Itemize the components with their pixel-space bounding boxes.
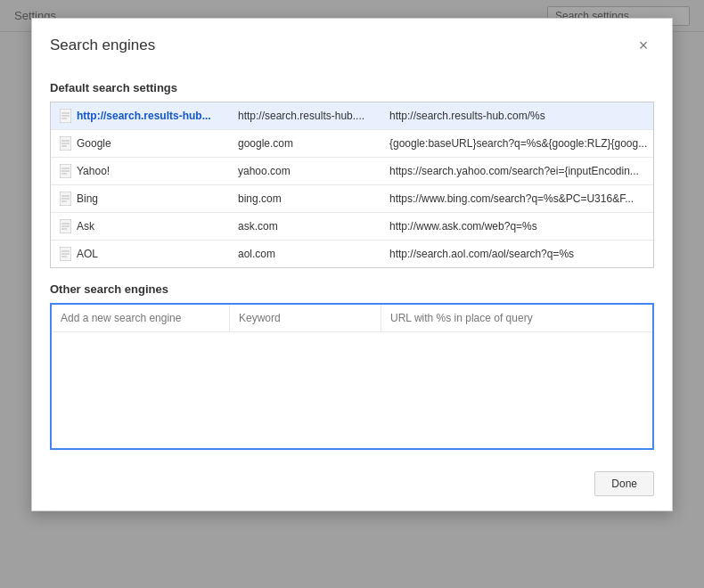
dialog-footer: Done: [32, 464, 672, 510]
engine-name-cell: Yahoo!: [51, 158, 229, 184]
engine-url-cell: http://search.results-hub.com/%s: [381, 103, 653, 128]
engine-url-cell: http://search.aol.com/aol/search?q=%s: [381, 241, 653, 266]
engine-name-text: Yahoo!: [77, 165, 110, 177]
doc-icon: [60, 136, 71, 151]
other-engines-box: [50, 303, 654, 450]
engine-name-text: AOL: [77, 248, 98, 260]
engine-name-cell: Google: [51, 130, 229, 157]
other-section: Other search engines: [50, 282, 654, 450]
engine-keyword-cell: http://search.results-hub....: [229, 103, 381, 128]
other-section-title: Other search engines: [50, 282, 654, 296]
add-engine-name-input[interactable]: [52, 305, 230, 331]
engine-keyword-cell: aol.com: [229, 241, 381, 266]
dialog-header: Search engines ×: [32, 19, 672, 67]
add-engine-row: [52, 305, 652, 332]
done-button[interactable]: Done: [594, 471, 654, 496]
doc-icon: [60, 192, 71, 206]
engine-row[interactable]: http://search.results-hub...http://searc…: [51, 102, 653, 130]
doc-icon: [60, 109, 71, 123]
engines-table: http://search.results-hub...http://searc…: [50, 102, 654, 268]
engine-keyword-cell: yahoo.com: [229, 159, 381, 184]
close-button[interactable]: ×: [633, 35, 654, 56]
engine-keyword-cell: google.com: [229, 131, 381, 156]
engine-name-cell: AOL: [51, 241, 229, 267]
engine-url-cell: https://search.yahoo.com/search?ei={inpu…: [381, 159, 653, 184]
add-engine-keyword-input[interactable]: [230, 305, 381, 331]
engine-row[interactable]: Googlegoogle.com{google:baseURL}search?q…: [51, 130, 653, 158]
engine-row[interactable]: AOLaol.comhttp://search.aol.com/aol/sear…: [51, 241, 653, 267]
engine-name-text: http://search.results-hub...: [77, 110, 211, 122]
engine-url-cell: {google:baseURL}search?q=%s&{google:RLZ}…: [381, 131, 653, 156]
engine-row[interactable]: Yahoo!yahoo.comhttps://search.yahoo.com/…: [51, 158, 653, 185]
engine-keyword-cell: ask.com: [229, 214, 381, 239]
dialog-body: Default search settings http://search.re…: [32, 67, 672, 464]
engine-name-text: Ask: [77, 220, 94, 233]
other-engines-empty-area: [52, 332, 652, 448]
doc-icon: [60, 219, 71, 233]
doc-icon: [60, 164, 71, 178]
engine-name-text: Bing: [77, 192, 98, 205]
search-engines-dialog: Search engines × Default search settings…: [31, 18, 673, 511]
dialog-title: Search engines: [50, 37, 155, 54]
engine-name-cell: http://search.results-hub...: [51, 102, 229, 129]
engine-url-cell: https://www.bing.com/search?q=%s&PC=U316…: [381, 186, 653, 211]
engine-row[interactable]: Bingbing.comhttps://www.bing.com/search?…: [51, 185, 653, 213]
engine-url-cell: http://www.ask.com/web?q=%s: [381, 214, 653, 239]
engine-name-text: Google: [77, 137, 111, 150]
add-engine-url-input[interactable]: [381, 305, 652, 331]
engine-row[interactable]: Askask.comhttp://www.ask.com/web?q=%s: [51, 213, 653, 241]
default-section-title: Default search settings: [50, 81, 654, 94]
engine-name-cell: Bing: [51, 185, 229, 212]
engine-keyword-cell: bing.com: [229, 186, 381, 211]
doc-icon: [60, 247, 71, 261]
engine-name-cell: Ask: [51, 213, 229, 240]
